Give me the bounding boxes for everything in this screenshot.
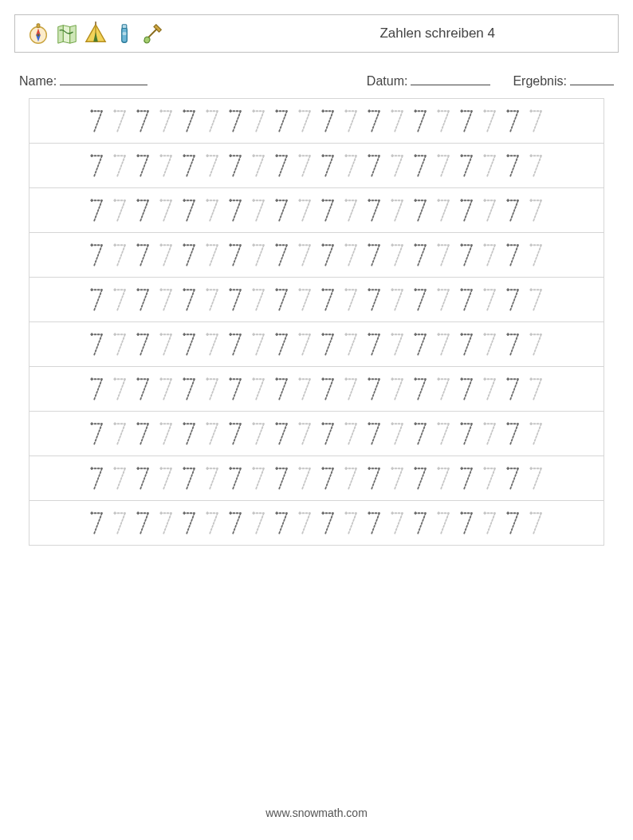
trace-digit-light[interactable] xyxy=(155,195,178,227)
trace-digit-dark[interactable] xyxy=(363,195,386,227)
trace-digit-light[interactable] xyxy=(432,329,455,361)
trace-digit-light[interactable] xyxy=(201,239,224,271)
trace-digit-light[interactable] xyxy=(293,239,316,271)
trace-digit-dark[interactable] xyxy=(270,373,293,405)
trace-digit-light[interactable] xyxy=(432,284,455,316)
trace-digit-light[interactable] xyxy=(478,239,501,271)
trace-digit-light[interactable] xyxy=(247,507,270,539)
trace-digit-dark[interactable] xyxy=(85,105,108,137)
trace-digit-dark[interactable] xyxy=(455,373,478,405)
trace-digit-light[interactable] xyxy=(155,105,178,137)
trace-digit-dark[interactable] xyxy=(409,418,432,450)
trace-digit-light[interactable] xyxy=(108,329,132,361)
trace-digit-light[interactable] xyxy=(432,507,455,539)
trace-digit-dark[interactable] xyxy=(316,507,340,539)
trace-digit-light[interactable] xyxy=(293,418,316,450)
trace-digit-dark[interactable] xyxy=(363,150,386,182)
trace-digit-dark[interactable] xyxy=(270,284,293,316)
trace-digit-light[interactable] xyxy=(478,105,501,137)
trace-digit-dark[interactable] xyxy=(224,507,247,539)
trace-digit-light[interactable] xyxy=(525,418,548,450)
trace-digit-light[interactable] xyxy=(432,373,455,405)
trace-digit-light[interactable] xyxy=(293,150,316,182)
trace-digit-dark[interactable] xyxy=(270,418,293,450)
trace-digit-dark[interactable] xyxy=(501,105,525,137)
trace-digit-dark[interactable] xyxy=(455,507,478,539)
name-blank[interactable] xyxy=(60,73,147,85)
trace-digit-dark[interactable] xyxy=(316,329,340,361)
trace-digit-light[interactable] xyxy=(525,195,548,227)
trace-digit-light[interactable] xyxy=(340,418,363,450)
trace-digit-light[interactable] xyxy=(386,195,409,227)
trace-digit-light[interactable] xyxy=(525,150,548,182)
trace-digit-light[interactable] xyxy=(108,284,132,316)
trace-digit-light[interactable] xyxy=(525,284,548,316)
trace-digit-light[interactable] xyxy=(201,284,224,316)
trace-digit-light[interactable] xyxy=(293,195,316,227)
trace-digit-dark[interactable] xyxy=(178,329,201,361)
trace-digit-light[interactable] xyxy=(201,373,224,405)
trace-digit-dark[interactable] xyxy=(501,329,525,361)
trace-digit-dark[interactable] xyxy=(455,150,478,182)
trace-digit-dark[interactable] xyxy=(224,373,247,405)
trace-digit-light[interactable] xyxy=(478,284,501,316)
trace-digit-dark[interactable] xyxy=(178,150,201,182)
trace-digit-dark[interactable] xyxy=(409,239,432,271)
trace-digit-dark[interactable] xyxy=(501,150,525,182)
trace-digit-dark[interactable] xyxy=(316,105,340,137)
trace-digit-light[interactable] xyxy=(478,329,501,361)
trace-digit-light[interactable] xyxy=(340,284,363,316)
trace-digit-light[interactable] xyxy=(340,329,363,361)
trace-digit-dark[interactable] xyxy=(409,284,432,316)
trace-digit-dark[interactable] xyxy=(270,463,293,495)
trace-digit-light[interactable] xyxy=(386,329,409,361)
trace-digit-dark[interactable] xyxy=(363,418,386,450)
trace-digit-light[interactable] xyxy=(247,239,270,271)
trace-digit-dark[interactable] xyxy=(132,105,155,137)
trace-digit-dark[interactable] xyxy=(224,463,247,495)
trace-digit-light[interactable] xyxy=(201,329,224,361)
trace-digit-dark[interactable] xyxy=(363,463,386,495)
trace-digit-light[interactable] xyxy=(478,507,501,539)
trace-digit-light[interactable] xyxy=(386,507,409,539)
trace-digit-dark[interactable] xyxy=(224,418,247,450)
trace-digit-dark[interactable] xyxy=(224,195,247,227)
trace-digit-dark[interactable] xyxy=(363,239,386,271)
trace-digit-dark[interactable] xyxy=(270,150,293,182)
trace-digit-dark[interactable] xyxy=(501,507,525,539)
trace-digit-light[interactable] xyxy=(340,150,363,182)
trace-digit-light[interactable] xyxy=(201,463,224,495)
trace-digit-dark[interactable] xyxy=(455,239,478,271)
trace-digit-dark[interactable] xyxy=(85,150,108,182)
trace-digit-dark[interactable] xyxy=(132,150,155,182)
trace-digit-light[interactable] xyxy=(293,329,316,361)
trace-digit-light[interactable] xyxy=(478,195,501,227)
trace-digit-dark[interactable] xyxy=(501,195,525,227)
trace-digit-light[interactable] xyxy=(247,105,270,137)
trace-digit-light[interactable] xyxy=(108,195,132,227)
trace-digit-light[interactable] xyxy=(432,105,455,137)
trace-digit-light[interactable] xyxy=(340,463,363,495)
date-blank[interactable] xyxy=(411,73,490,85)
trace-digit-dark[interactable] xyxy=(132,329,155,361)
trace-digit-dark[interactable] xyxy=(409,329,432,361)
trace-digit-dark[interactable] xyxy=(178,463,201,495)
trace-digit-dark[interactable] xyxy=(224,150,247,182)
trace-digit-dark[interactable] xyxy=(132,239,155,271)
trace-digit-dark[interactable] xyxy=(409,507,432,539)
trace-digit-dark[interactable] xyxy=(363,284,386,316)
trace-digit-dark[interactable] xyxy=(178,373,201,405)
trace-digit-light[interactable] xyxy=(293,105,316,137)
trace-digit-dark[interactable] xyxy=(178,105,201,137)
trace-digit-dark[interactable] xyxy=(85,507,108,539)
trace-digit-dark[interactable] xyxy=(409,150,432,182)
trace-digit-light[interactable] xyxy=(108,463,132,495)
trace-digit-light[interactable] xyxy=(247,284,270,316)
trace-digit-dark[interactable] xyxy=(224,239,247,271)
trace-digit-dark[interactable] xyxy=(270,329,293,361)
trace-digit-light[interactable] xyxy=(340,105,363,137)
trace-digit-light[interactable] xyxy=(155,463,178,495)
trace-digit-dark[interactable] xyxy=(85,373,108,405)
trace-digit-dark[interactable] xyxy=(316,239,340,271)
trace-digit-dark[interactable] xyxy=(316,150,340,182)
